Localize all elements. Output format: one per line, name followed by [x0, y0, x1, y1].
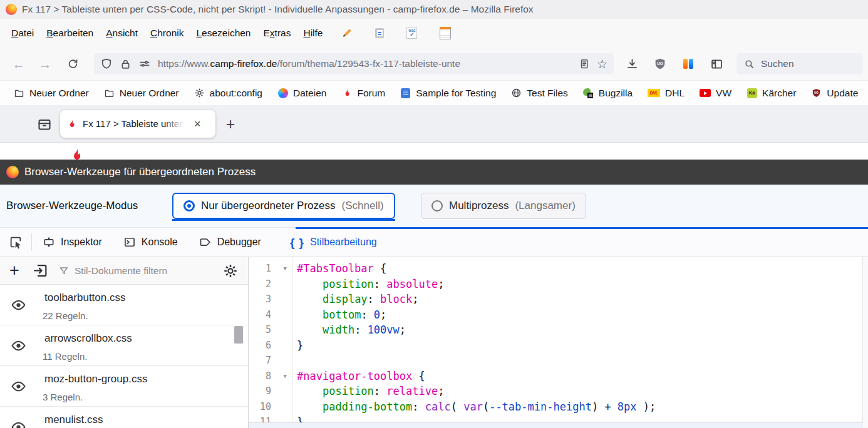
bookmark-item[interactable]: Dateien	[270, 84, 334, 102]
extension-button[interactable]	[678, 54, 698, 74]
permissions-icon[interactable]	[138, 58, 151, 70]
tracking-shield-icon[interactable]	[100, 58, 113, 70]
code-text[interactable]: bottom: 0;	[292, 307, 386, 323]
menu-lesezeichen[interactable]: Lesezeichen	[190, 24, 257, 42]
lock-icon[interactable]	[120, 58, 132, 70]
active-tab[interactable]: Fx 117 > Tableiste unten pe ×	[60, 110, 215, 138]
bookmark-item[interactable]: VW	[692, 84, 739, 102]
url-bar[interactable]: https://www.camp-firefox.de/forum/thema/…	[94, 53, 614, 74]
bookmark-item[interactable]: Bugzilla	[576, 84, 640, 102]
firefox-logo-icon	[6, 166, 19, 178]
reader-mode-icon[interactable]	[579, 58, 590, 69]
code-line[interactable]: 10 padding-bottom: calc( var(--tab-min-h…	[249, 399, 863, 415]
css-code-editor[interactable]: 1▼#TabsToolbar {2 position: absolute;3 d…	[249, 257, 868, 428]
code-line[interactable]: 7	[249, 353, 863, 369]
code-text[interactable]: position: absolute;	[292, 277, 444, 292]
bookmark-item[interactable]: Neuer Ordner	[96, 84, 187, 102]
menu-extras[interactable]: Extras	[257, 24, 297, 42]
code-line[interactable]: 8▼#navigator-toolbox {	[249, 369, 863, 384]
editor-vertical-scrollbar[interactable]	[862, 257, 868, 428]
options-gear-icon[interactable]	[223, 263, 238, 278]
url-text[interactable]: https://www.camp-firefox.de/forum/thema/…	[158, 58, 572, 69]
menu-datei[interactable]: Datei	[5, 24, 40, 42]
firefox-view-icon[interactable]	[35, 115, 54, 134]
code-line[interactable]: 4 bottom: 0;	[249, 307, 863, 323]
mode-parent-process-radio[interactable]: Nur übergeordneter Prozess (Schnell)	[172, 193, 395, 219]
svg-text:UO: UO	[814, 91, 819, 94]
downloads-button[interactable]	[622, 54, 642, 74]
mode-multiprocess-radio[interactable]: Multiprozess (Langsamer)	[421, 193, 586, 219]
filter-stylesheets-field[interactable]: Stil-Dokumente filtern	[59, 265, 223, 277]
bookmark-item[interactable]: Forum	[334, 84, 393, 102]
w3c-validator-icon[interactable]: W3C✓	[406, 28, 417, 39]
bookmark-star-icon[interactable]: ☆	[597, 58, 607, 70]
line-number: 7	[266, 355, 271, 366]
window-titlebar[interactable]: Fx 117 > Tableiste unten per CSS-Code, n…	[0, 0, 868, 19]
code-token: (	[451, 400, 463, 413]
tab-debugger[interactable]: Debugger	[189, 228, 272, 257]
stylesheet-item[interactable]: moz-button-group.css 3 Regeln.	[0, 366, 248, 407]
menu-ansicht[interactable]: Ansicht	[100, 24, 144, 42]
tab-stilbearbeitung[interactable]: { } Stilbearbeitung	[279, 228, 388, 257]
search-bar[interactable]: Suchen	[736, 53, 863, 74]
code-line[interactable]: 6}	[249, 338, 863, 354]
stylesheet-item[interactable]: menulist.css	[0, 407, 248, 428]
globe-icon	[511, 88, 522, 98]
bookmark-label: Neuer Ordner	[120, 88, 179, 99]
pencil-icon[interactable]	[341, 28, 353, 39]
bookmark-label: Kärcher	[762, 88, 796, 99]
reload-button[interactable]	[63, 54, 83, 74]
eye-visibility-icon[interactable]	[11, 297, 26, 313]
menu-bearbeiten[interactable]: Bearbeiten	[40, 24, 100, 42]
ublock-origin-icon[interactable]: UO	[650, 54, 670, 74]
code-text[interactable]: }	[292, 338, 303, 354]
eye-visibility-icon[interactable]	[11, 338, 26, 354]
stylesheet-item[interactable]: toolbarbutton.css 22 Regeln.	[0, 285, 248, 325]
tab-inspektor[interactable]: Inspektor	[32, 228, 113, 257]
code-line[interactable]: 3 display: block;	[249, 292, 863, 307]
new-stylesheet-button[interactable]: +	[6, 262, 23, 279]
bookmark-item[interactable]: about:config	[187, 84, 270, 102]
validator-clipboard-icon[interactable]	[375, 28, 384, 38]
new-tab-button[interactable]: +	[220, 114, 240, 134]
sidebar-scrollbar-thumb[interactable]	[234, 326, 243, 344]
code-text[interactable]: #navigator-toolbox {	[292, 369, 425, 384]
bookmark-item[interactable]: Kä Kärcher	[739, 84, 803, 102]
code-text[interactable]: width: 100vw;	[292, 322, 406, 338]
forward-button[interactable]: →	[35, 54, 55, 74]
code-token: block	[380, 293, 412, 305]
tab-konsole[interactable]: Konsole	[113, 228, 189, 257]
code-line[interactable]: 2 position: absolute;	[249, 277, 863, 292]
back-button[interactable]: ←	[9, 54, 29, 74]
style-editor: + Stil-Dokumente filtern toolbarbutton.c…	[0, 257, 868, 428]
code-text[interactable]: #TabsToolbar {	[292, 261, 386, 277]
inspector-icon	[43, 236, 55, 248]
code-text[interactable]: display: block;	[292, 292, 419, 307]
bookmark-item[interactable]: UO Update	[803, 84, 865, 102]
import-stylesheet-icon[interactable]	[33, 263, 48, 278]
code-text[interactable]: padding-bottom: calc( var(--tab-min-heig…	[292, 399, 656, 415]
bookmark-item[interactable]: Test Files	[504, 84, 575, 102]
folder-icon	[14, 88, 24, 98]
sidebar-toggle-icon[interactable]	[706, 54, 726, 74]
eye-visibility-icon[interactable]	[11, 419, 26, 428]
fold-arrow-icon[interactable]: ▼	[284, 265, 287, 272]
bookmark-item[interactable]: Neuer Ordner	[6, 84, 96, 102]
code-line[interactable]: 9 position: relative;	[249, 384, 863, 399]
tab-close-icon[interactable]: ×	[194, 118, 201, 130]
stylesheet-name: menulist.css	[44, 414, 103, 426]
code-line[interactable]: 1▼#TabsToolbar {	[249, 261, 863, 277]
bookmark-item[interactable]: DHL DHL	[640, 84, 692, 102]
code-line[interactable]: 5 width: 100vw;	[249, 322, 863, 338]
editor-horizontal-scrollbar[interactable]	[249, 422, 863, 428]
code-text[interactable]: position: relative;	[292, 384, 444, 399]
table-grid-icon[interactable]	[440, 27, 451, 39]
toolbox-titlebar[interactable]: Browser-Werkzeuge für übergeordneten Pro…	[0, 160, 868, 185]
menu-chronik[interactable]: Chronik	[144, 24, 190, 42]
bookmark-item[interactable]: Sample for Testing	[393, 84, 504, 102]
menu-hilfe[interactable]: Hilfe	[297, 24, 329, 42]
element-picker-icon[interactable]	[0, 228, 31, 257]
eye-visibility-icon[interactable]	[11, 379, 26, 394]
fold-arrow-icon[interactable]: ▼	[284, 373, 287, 379]
stylesheet-item[interactable]: arrowscrollbox.css 11 Regeln.	[0, 325, 248, 366]
